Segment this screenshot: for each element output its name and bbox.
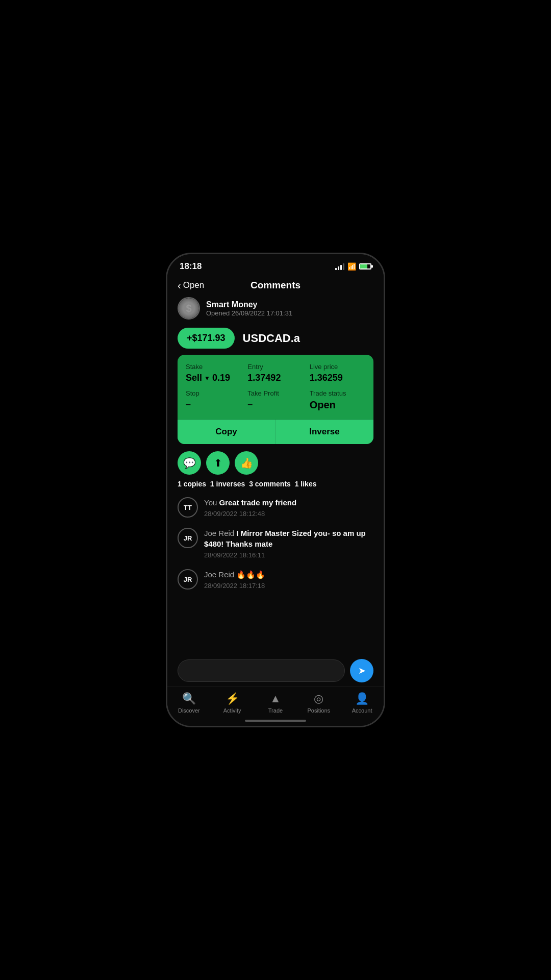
author-name: Smart Money (206, 300, 292, 309)
live-price-value: 1.36259 (310, 373, 343, 383)
wifi-icon: 📶 (347, 262, 356, 271)
send-icon: ➤ (358, 665, 366, 676)
take-profit-field: Take Profit – (247, 389, 303, 411)
back-button[interactable]: ‹ Open (178, 280, 204, 291)
trade-profit-row: +$171.93 USDCAD.a (178, 328, 373, 349)
comment-timestamp: 28/09/2022 18:16:11 (204, 551, 373, 559)
header: ‹ Open Comments (167, 276, 384, 297)
trade-label: Trade (268, 707, 283, 714)
trade-status-label: Trade status (310, 389, 365, 397)
activity-label: Activity (223, 707, 241, 714)
copies-count: 1 (178, 480, 182, 488)
take-profit-value: – (247, 399, 253, 409)
comment-icon: 💬 (183, 457, 196, 469)
comment-text: Joe Reid 🔥🔥🔥 (204, 569, 265, 580)
inverses-label: inverses (216, 480, 245, 488)
comment-avatar-jr: JR (178, 528, 198, 548)
interaction-row: 💬 ⬆ 👍 (178, 451, 373, 475)
interaction-stats: 1 copies 1 inverses 3 comments 1 likes (178, 480, 373, 488)
comment-body: Joe Reid I Mirror Master Sized you- so a… (204, 528, 373, 559)
trade-card: Stake Sell ▼ 0.19 Entry 1.37492 Live pri… (178, 355, 373, 444)
signal-icon (335, 263, 344, 270)
stop-value: – (186, 399, 191, 409)
comments-list: TT You Great trade my friend 28/09/2022 … (178, 497, 373, 590)
likes-count: 1 (295, 480, 299, 488)
home-indicator (167, 716, 384, 726)
author-info: Smart Money Opened 26/09/2022 17:01:31 (206, 300, 292, 317)
back-chevron-icon: ‹ (178, 280, 181, 291)
comments-label: comments (255, 480, 291, 488)
comment-text: Joe Reid I Mirror Master Sized you- so a… (204, 528, 373, 549)
comments-count: 3 (249, 480, 253, 488)
share-icon: ⬆ (214, 457, 222, 469)
comment-item: JR Joe Reid 🔥🔥🔥 28/09/2022 18:17:18 (178, 569, 373, 590)
bottom-nav: 🔍 Discover ⚡ Activity ▲ Trade ◎ Position… (167, 687, 384, 716)
comment-body: Joe Reid 🔥🔥🔥 28/09/2022 18:17:18 (204, 569, 265, 590)
stake-label: Stake (186, 363, 241, 371)
likes-label: likes (300, 480, 316, 488)
like-button[interactable]: 👍 (235, 451, 258, 475)
nav-item-trade[interactable]: ▲ Trade (260, 692, 291, 714)
comment-item: TT You Great trade my friend 28/09/2022 … (178, 497, 373, 518)
entry-label: Entry (247, 363, 303, 371)
author-opened-time: Opened 26/09/2022 17:01:31 (206, 309, 292, 317)
status-bar: 18:18 📶 (167, 254, 384, 276)
take-profit-label: Take Profit (247, 389, 303, 397)
back-label: Open (183, 280, 205, 290)
down-arrow-icon: ▼ (204, 375, 210, 382)
share-button[interactable]: ⬆ (206, 451, 230, 475)
comment-body: You Great trade my friend 28/09/2022 18:… (204, 497, 296, 518)
entry-value: 1.37492 (247, 373, 281, 383)
message-input[interactable] (178, 659, 345, 682)
author-avatar: $ (178, 297, 200, 320)
comment-author-you: You (204, 498, 219, 507)
status-time: 18:18 (180, 261, 202, 272)
discover-icon: 🔍 (182, 692, 196, 705)
page-title: Comments (251, 280, 300, 291)
discover-label: Discover (178, 707, 200, 714)
positions-label: Positions (307, 707, 330, 714)
stop-field: Stop – (186, 389, 241, 411)
status-icons: 📶 (335, 262, 371, 271)
entry-field: Entry 1.37492 (247, 363, 303, 383)
activity-icon: ⚡ (226, 692, 239, 705)
positions-icon: ◎ (314, 692, 323, 705)
trade-status-value: Open (310, 399, 336, 410)
live-price-field: Live price 1.36259 (310, 363, 365, 383)
account-label: Account (352, 707, 372, 714)
message-area: ➤ (167, 653, 384, 687)
home-bar (245, 720, 306, 722)
comment-button[interactable]: 💬 (178, 451, 201, 475)
inverse-button[interactable]: Inverse (276, 420, 373, 444)
send-button[interactable]: ➤ (350, 659, 373, 682)
profit-badge: +$171.93 (178, 328, 235, 349)
comment-text: You Great trade my friend (204, 497, 296, 508)
account-icon: 👤 (355, 692, 369, 705)
live-price-label: Live price (310, 363, 365, 371)
copies-label: copies (184, 480, 206, 488)
nav-item-positions[interactable]: ◎ Positions (304, 692, 334, 714)
trade-author: $ Smart Money Opened 26/09/2022 17:01:31 (178, 297, 373, 320)
comment-avatar: TT (178, 497, 198, 518)
comment-timestamp: 28/09/2022 18:17:18 (204, 582, 265, 590)
trade-card-body: Stake Sell ▼ 0.19 Entry 1.37492 Live pri… (178, 355, 373, 419)
author-avatar-initials: $ (179, 298, 199, 318)
trade-card-actions: Copy Inverse (178, 419, 373, 444)
comment-avatar-jr2: JR (178, 569, 198, 590)
nav-item-discover[interactable]: 🔍 Discover (173, 692, 204, 714)
comment-content: Great trade my friend (219, 498, 296, 507)
nav-item-activity[interactable]: ⚡ Activity (217, 692, 247, 714)
inverses-count: 1 (210, 480, 214, 488)
comment-item: JR Joe Reid I Mirror Master Sized you- s… (178, 528, 373, 559)
stop-label: Stop (186, 389, 241, 397)
stake-amount: 0.19 (212, 373, 230, 383)
phone-frame: 18:18 📶 ‹ Open Comments $ (166, 253, 385, 727)
comment-timestamp: 28/09/2022 18:12:48 (204, 510, 296, 518)
thumbs-up-icon: 👍 (240, 457, 253, 469)
stake-field: Stake Sell ▼ 0.19 (186, 363, 241, 383)
comment-content: 🔥🔥🔥 (236, 570, 265, 579)
copy-button[interactable]: Copy (178, 420, 276, 444)
stake-value: Sell (186, 373, 202, 383)
trade-status-field: Trade status Open (310, 389, 365, 411)
nav-item-account[interactable]: 👤 Account (347, 692, 378, 714)
